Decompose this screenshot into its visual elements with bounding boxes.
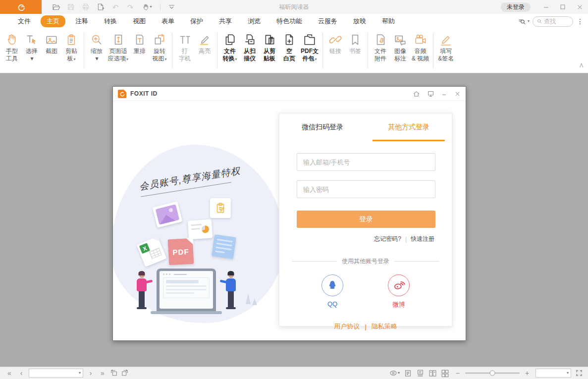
- zoom-level-combobox[interactable]: ▾: [535, 369, 571, 378]
- login-tab-other-methods[interactable]: 其他方式登录: [366, 113, 452, 141]
- customize-toolbar-icon[interactable]: [165, 1, 178, 12]
- clipboard-button[interactable]: 剪贴板▾: [61, 31, 81, 62]
- password-field[interactable]: [297, 180, 435, 198]
- new-document-icon[interactable]: [94, 1, 107, 12]
- ribbon-tab-4[interactable]: 转换: [98, 15, 123, 27]
- convert-files-icon: [223, 32, 236, 48]
- button-label: 白页: [283, 55, 295, 62]
- snapshot-button[interactable]: 截图: [42, 31, 61, 55]
- screen-icon[interactable]: [427, 90, 434, 98]
- login-tab-wechat-qr[interactable]: 微信扫码登录: [279, 113, 366, 141]
- ribbon-tab-2[interactable]: 主页: [41, 15, 65, 27]
- bookmark-icon: [349, 32, 362, 48]
- laptop-illustration: [157, 269, 216, 311]
- blank-page-icon: [283, 32, 296, 48]
- last-page-icon[interactable]: »: [98, 370, 107, 377]
- page-number-combobox[interactable]: ▾: [29, 369, 83, 378]
- ribbon-tab-6[interactable]: 表单: [156, 15, 180, 27]
- undo-icon[interactable]: ↶: [109, 1, 122, 12]
- from-clipboard-icon: [263, 32, 276, 48]
- button-label: 标注: [394, 55, 406, 62]
- maximize-icon[interactable]: [554, 0, 571, 14]
- from-clipboard-button[interactable]: 从剪贴板: [260, 31, 279, 62]
- user-agreement-link[interactable]: 用户协议: [334, 322, 360, 331]
- view-mode-icon[interactable]: ▾: [389, 369, 400, 378]
- button-label: PDF文: [301, 48, 319, 55]
- pdf-portfolio-button[interactable]: PDF文件包▾: [299, 31, 320, 62]
- continuous-facing-icon[interactable]: [441, 369, 449, 378]
- qq-login-button[interactable]: QQ: [321, 274, 343, 309]
- hand-button[interactable]: 手型工具: [2, 31, 22, 62]
- fullscreen-icon[interactable]: [575, 369, 583, 377]
- select-button[interactable]: 选择▾: [22, 31, 42, 62]
- search-input[interactable]: [544, 18, 569, 25]
- pdf-portfolio-icon: [303, 32, 316, 48]
- dialog-close-icon[interactable]: [454, 91, 461, 97]
- quick-access-toolbar: ↶ ↷ ▾: [50, 1, 178, 12]
- ribbon-tab-8[interactable]: 共享: [213, 15, 238, 27]
- image-annotation-button[interactable]: 图像标注: [390, 31, 410, 62]
- login-button[interactable]: 登录: [297, 211, 435, 228]
- typewriter-button[interactable]: 打字机: [175, 31, 195, 62]
- convert-files-button[interactable]: 文件转换▾: [220, 31, 240, 62]
- collapse-ribbon-icon[interactable]: ᐱ: [580, 63, 583, 68]
- single-page-icon[interactable]: [404, 369, 412, 378]
- ribbon-tab-13[interactable]: 帮助: [376, 15, 401, 27]
- minimize-icon[interactable]: [537, 0, 554, 14]
- quick-register-link[interactable]: 快速注册: [411, 235, 434, 243]
- ribbon-tab-1[interactable]: 文件: [12, 15, 37, 27]
- dialog-minimize-icon[interactable]: [441, 91, 447, 97]
- print-icon[interactable]: [79, 1, 92, 12]
- weibo-login-button[interactable]: 微博: [388, 274, 410, 309]
- close-icon[interactable]: [571, 0, 588, 14]
- blank-page-button[interactable]: 空白页: [279, 31, 299, 62]
- redo-icon[interactable]: ↷: [124, 1, 137, 12]
- zoom-out-icon[interactable]: −: [453, 370, 462, 377]
- foxit-logo-icon[interactable]: [0, 0, 42, 14]
- save-icon[interactable]: [64, 1, 77, 12]
- next-page-icon[interactable]: ›: [86, 370, 95, 377]
- highlight-icon: [198, 32, 211, 48]
- zoom-in-icon[interactable]: +: [523, 370, 532, 377]
- ribbon-tab-10[interactable]: 特色功能: [270, 15, 308, 27]
- zoom-slider-knob[interactable]: [490, 371, 495, 376]
- bookmark-button[interactable]: 书签: [345, 31, 365, 55]
- forgot-password-link[interactable]: 忘记密码?: [374, 235, 401, 243]
- ribbon-tab-3[interactable]: 注释: [69, 15, 94, 27]
- open-file-icon[interactable]: [50, 1, 62, 12]
- previous-page-icon[interactable]: ‹: [17, 370, 26, 377]
- dropdown-caret-icon: ▾: [567, 371, 569, 375]
- more-options-icon[interactable]: ⋮: [576, 17, 584, 25]
- ribbon-tab-9[interactable]: 浏览: [242, 15, 267, 27]
- ribbon-toolbar: 手型工具选择▾截图剪贴板▾缩放▾页面适应选项▾重排旋转视图▾打字机高亮文件转换▾…: [0, 29, 588, 73]
- highlight-button[interactable]: 高亮: [195, 31, 214, 55]
- reflow-button[interactable]: 重排: [130, 31, 150, 55]
- search-box[interactable]: [533, 16, 573, 27]
- first-page-icon[interactable]: «: [5, 370, 14, 377]
- ribbon-tab-7[interactable]: 保护: [184, 15, 209, 27]
- file-attachment-button[interactable]: 文件附件: [371, 31, 390, 62]
- home-icon[interactable]: [413, 90, 420, 98]
- zoom-slider[interactable]: − +: [453, 370, 532, 377]
- ribbon-tab-12[interactable]: 放映: [347, 15, 372, 27]
- fit-page-button[interactable]: 页面适应选项▾: [107, 31, 130, 62]
- ribbon-tab-5[interactable]: 视图: [127, 15, 152, 27]
- audio-video-button[interactable]: 音频& 视频: [410, 31, 430, 62]
- hand-mode-icon[interactable]: ▾: [139, 1, 156, 12]
- from-scanner-button[interactable]: 从扫描仪: [240, 31, 260, 62]
- login-status-button[interactable]: 未登录: [501, 2, 531, 12]
- rotate-view-button[interactable]: 旋转视图▾: [150, 31, 169, 62]
- facing-pages-icon[interactable]: [428, 369, 437, 378]
- fill-sign-button[interactable]: 填写&签名: [436, 31, 456, 62]
- continuous-page-icon[interactable]: [416, 369, 425, 378]
- privacy-policy-link[interactable]: 隐私策略: [372, 322, 397, 331]
- ribbon-tab-11[interactable]: 云服务: [312, 15, 343, 27]
- next-view-icon[interactable]: [121, 369, 129, 377]
- find-command-icon[interactable]: ▾: [518, 17, 530, 26]
- zoom-button[interactable]: 缩放▾: [87, 31, 107, 62]
- email-field[interactable]: [297, 153, 435, 171]
- snapshot-icon: [45, 32, 58, 48]
- previous-view-icon[interactable]: [110, 369, 118, 377]
- link-button[interactable]: 链接: [325, 31, 345, 55]
- dialog-title: FOXIT ID: [130, 90, 158, 97]
